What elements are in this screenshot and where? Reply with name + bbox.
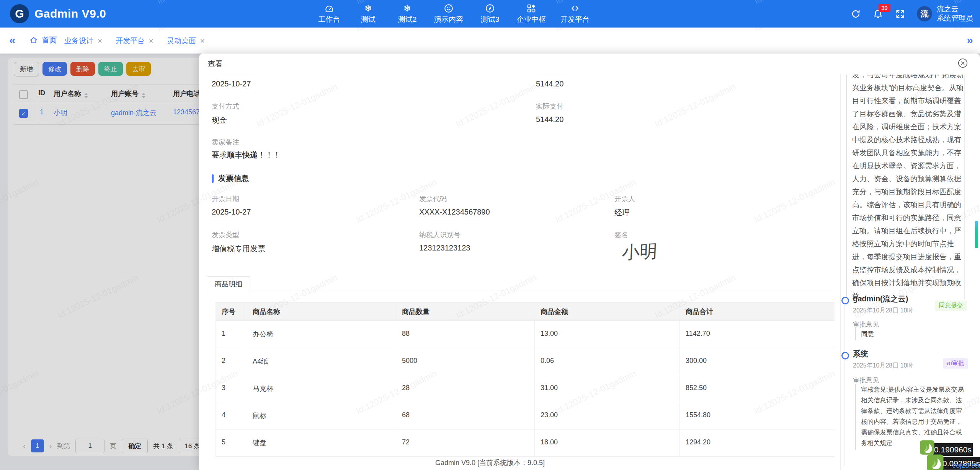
table-border [216,375,835,375]
nav-item-enterprise[interactable]: 企业中枢 [517,3,546,24]
nav-item-devplatform[interactable]: 开发平台 [560,3,590,24]
cell-name: 键盘 [253,438,266,447]
approver-name: gadmin(流之云) [853,294,908,304]
table-border [216,320,835,321]
app-title: Gadmin V9.0 [34,7,106,20]
invoice-date-label: 开票日期 [212,194,239,203]
site-watermark: cojz8.com [952,461,980,470]
nav-item-test2[interactable]: ❄ 测试2 [395,3,420,24]
tab-dev-platform[interactable]: 开发平台✕ [116,36,154,46]
notifications-bell-icon[interactable]: 39 [872,8,883,19]
notification-badge: 39 [879,4,890,12]
invoice-section-title: 发票信息 [212,173,249,184]
perf-leaf-icon [926,454,944,470]
col-qty: 商品数量 [402,307,430,316]
home-icon [29,36,38,45]
nav-label: 企业中枢 [517,15,546,24]
table-border [216,302,835,302]
invoice-code-value: XXXX-X1234567890 [419,208,490,216]
close-tab-icon[interactable]: ✕ [149,37,154,45]
invoice-type-value: 增值税专用发票 [212,244,265,254]
cell-name: A4纸 [253,357,268,366]
close-tab-icon[interactable]: ✕ [97,37,102,45]
approval-panel-divider [840,74,841,470]
product-table-header [216,302,835,320]
cell-name: 马克杯 [253,384,273,393]
table-border [216,302,216,456]
cell-no: 3 [222,384,225,392]
cell-qty: 5000 [402,357,417,365]
section-bar [212,174,214,183]
tab-label: 业务设计 [64,36,93,46]
nav-item-test[interactable]: ❄ 测试 [356,3,381,24]
tax-id-value: 123123123123 [419,244,470,252]
perf-leaf-icon [920,440,935,455]
cell-no: 4 [222,411,225,419]
tab-business-design[interactable]: 业务设计✕ [64,36,102,46]
approver-name: 系统 [853,349,868,359]
close-tab-icon[interactable]: ✕ [200,37,205,45]
cell-price: 31.00 [541,384,558,392]
cell-price: 23.00 [541,411,558,419]
cell-total: 1142.70 [686,330,710,338]
timeline-line [844,305,844,466]
table-border [216,402,835,402]
actual-pay-value: 5144.20 [536,115,564,124]
refresh-icon[interactable] [850,8,861,19]
expand-tabs-icon[interactable]: » [967,34,973,46]
scrollbar-thumb[interactable] [975,221,978,248]
signature-handwriting: 小明 [622,239,658,264]
invoice-type-label: 发票类型 [212,230,239,239]
tab-desktop[interactable]: 灵动桌面✕ [167,36,205,46]
pay-method-label: 支付方式 [212,102,239,111]
invoice-date-value: 2025-10-27 [212,208,251,216]
system-version-footer: Gadmin V9.0 [当前系统版本：9.0.5] [435,458,545,467]
logo-icon: G [10,4,29,23]
table-border [216,429,835,429]
grid-icon [526,3,536,13]
timeline-dot [841,352,849,359]
order-date-value: 2025-10-27 [212,80,251,88]
nav-label: 演示内容 [434,15,463,24]
header-actions: 39 流 流之云 系统管理员 [850,0,973,28]
cell-no: 5 [222,438,225,446]
table-border [679,302,680,456]
approval-scrolled-comment: 发，与公司年度战略规划中“拓展新兴业务板块”的目标高度契合。从项目可行性来看，前… [846,75,966,299]
approval-comment: 审核意见:提供内容主要是发票及交易相关信息记录，未涉及合同条款、法律条款、违约条… [855,384,965,450]
cell-price: 0.06 [541,357,554,365]
table-border [396,302,396,456]
user-menu[interactable]: 流 流之云 系统管理员 [917,5,973,23]
approval-date: 2025年10月28日 10时 [853,307,913,315]
cell-qty: 28 [402,384,410,392]
cell-name: 鼠标 [253,411,266,420]
nav-label: 测试3 [481,15,500,24]
fullscreen-icon[interactable] [895,8,905,19]
status-badge-ai-review: ai审批 [943,358,968,369]
cell-qty: 72 [402,438,410,446]
modal-close-icon[interactable] [957,57,969,69]
modal-header: 查看 [199,54,980,74]
modal-title: 查看 [207,59,223,69]
approval-comment: 同意 [855,327,874,340]
app-logo: G Gadmin V9.0 [10,4,106,23]
collapse-tabs-icon[interactable]: « [9,34,16,46]
tab-home[interactable]: 首页 [29,35,57,45]
table-border [216,456,835,457]
smiley-icon [444,3,454,13]
tab-bar: « 首页 业务设计✕ 开发平台✕ 灵动桌面✕ 订单管理 ✕ » [0,28,980,54]
nav-label: 测试2 [398,15,417,24]
cell-no: 1 [222,330,225,338]
order-amount-value: 5144.20 [536,80,564,88]
tab-product-details[interactable]: 商品明细 [207,276,250,292]
table-border [244,302,244,456]
nav-item-workbench[interactable]: 工作台 [317,3,341,24]
timeline-dot [841,297,849,304]
table-border [216,348,835,348]
user-role: 系统管理员 [937,14,973,23]
col-price: 商品金额 [541,307,568,316]
nav-item-demo[interactable]: 演示内容 [434,3,463,24]
nav-label: 工作台 [318,15,340,24]
invoice-issuer-label: 开票人 [614,194,635,203]
nav-item-test3[interactable]: 测试3 [478,3,502,24]
snowflake-icon: ❄ [403,3,411,13]
